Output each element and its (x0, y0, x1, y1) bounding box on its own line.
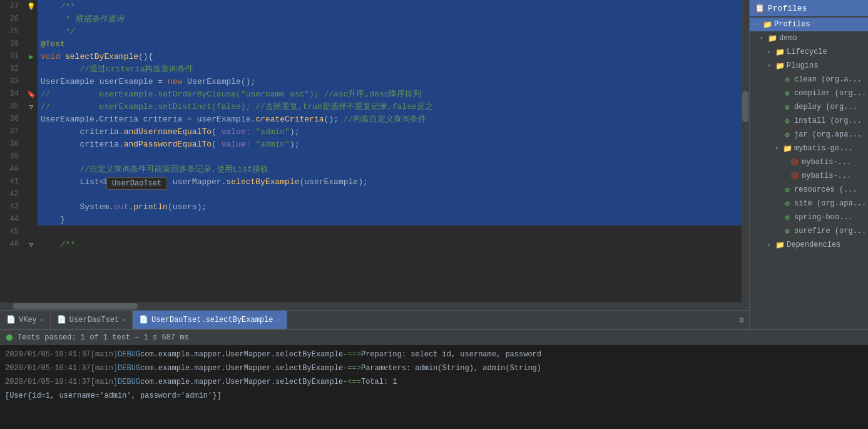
tree-area: ▾📁Profiles▾📁demo▸📁Lifecycle▾📁Plugins ⚙cl… (750, 16, 868, 329)
fold-icon[interactable]: ▽ (29, 240, 34, 249)
line-gutter-41 (25, 175, 38, 188)
line-number-39: 39 (0, 150, 25, 163)
code-content-30: @Test (38, 38, 742, 50)
line-gutter-32 (25, 63, 38, 75)
folder-icon: 📁 (782, 144, 792, 153)
tree-item-site[interactable]: ⚙site (org.apa... (750, 197, 868, 210)
tree-label: jar (org.apa... (794, 130, 862, 139)
plugin-icon: ⚙ (782, 103, 792, 112)
tree-item-spring-boo[interactable]: ⚙spring-boo... (750, 210, 868, 224)
vertical-scrollbar[interactable] (742, 0, 749, 302)
profiles-title: Profiles (768, 4, 807, 13)
line-number-27: 27 (0, 0, 25, 13)
log-line-3: [User{id=1, username='admin', password='… (5, 389, 863, 403)
tab-vkey[interactable]: 📄VKey✕ (0, 311, 51, 329)
tree-item-demo[interactable]: ▾📁demo (750, 31, 868, 45)
code-line-46: 46▽ /** (0, 238, 742, 251)
settings-button[interactable]: ⚙ (734, 311, 749, 329)
folder-icon: 📁 (767, 34, 777, 43)
tree-item-resources[interactable]: ⚙resources (... (750, 183, 868, 197)
code-content-38: criteria.andPasswordEqualTo( value: "adm… (38, 138, 742, 150)
plugin-icon: ⚙ (782, 213, 792, 222)
code-content-44: } (38, 213, 742, 225)
line-gutter-38 (25, 138, 38, 150)
tree-label: site (org.apa... (794, 199, 866, 208)
line-number-37: 37 (0, 125, 25, 138)
log-thread: [main] (91, 364, 118, 373)
tree-item-mybatis-ge[interactable]: ▾📁mybatis-ge... (750, 142, 868, 155)
folder-icon: 📁 (775, 48, 785, 57)
tree-item-dependencies[interactable]: ▸📁Dependencies (750, 238, 868, 252)
tree-label: resources (... (794, 185, 857, 194)
tree-label: deploy (org... (794, 103, 857, 111)
code-line-27: 27💡 /** (0, 0, 742, 13)
tree-item-deploy[interactable]: ⚙deploy (org... (750, 100, 868, 114)
log-level: DEBUG (118, 350, 140, 359)
horizontal-scrollbar[interactable] (0, 302, 749, 310)
tree-item-jar[interactable]: ⚙jar (org.apa... (750, 128, 868, 142)
line-gutter-45 (25, 225, 38, 238)
log-message: Parameters: admin(String), admin(String) (361, 364, 541, 373)
fold-icon[interactable]: ▽ (29, 103, 34, 111)
tree-item-profiles[interactable]: ▾📁Profiles (750, 18, 868, 31)
console-status-text: Tests passed: 1 of 1 test – 1 s 687 ms (18, 333, 189, 342)
plugin-icon: ⚙ (782, 89, 792, 98)
line-number-30: 30 (0, 38, 25, 50)
log-level: DEBUG (118, 378, 140, 386)
run-icon[interactable]: ▶ (29, 53, 34, 61)
tree-item-clean[interactable]: ⚙clean (org.a... (750, 73, 868, 86)
tab-selectbyexample[interactable]: 📄UserDaoTset.selectByExample✕ (133, 311, 287, 329)
code-line-33: 33UserExample userExample = new UserExam… (0, 75, 742, 88)
line-gutter-30 (25, 38, 38, 50)
tree-label: mybatis-ge... (794, 144, 853, 153)
tree-label: spring-boo... (794, 213, 853, 222)
tree-item-mybatis-1[interactable]: Ⓜmybatis-... (750, 155, 868, 169)
tab-close-vkey[interactable]: ✕ (40, 316, 44, 324)
tree-item-plugins[interactable]: ▾📁Plugins (750, 59, 868, 73)
code-line-39: 39 (0, 150, 742, 163)
line-gutter-39 (25, 150, 38, 163)
tree-item-install[interactable]: ⚙install (org... (750, 114, 868, 128)
log-timestamp: 2020/01/05-10:41:37 (5, 364, 91, 373)
tabs-container: 📄VKey✕📄UserDaoTset✕📄UserDaoTset.selectBy… (0, 311, 734, 329)
tree-item-compiler[interactable]: ⚙compiler (org... (750, 86, 868, 100)
log-arrow: <== (347, 378, 361, 386)
line-number-28: 28 (0, 13, 25, 25)
line-gutter-40 (25, 163, 38, 175)
log-class: com.example.mapper.UserMapper.selectByEx… (140, 364, 347, 373)
editor-panel: 27💡 /**28 * 根据条件查询29 */30@Test31▶void se… (0, 0, 749, 329)
tab-close-selectbyexample[interactable]: ✕ (277, 316, 280, 324)
tab-label: UserDaoTset (69, 316, 119, 324)
code-line-28: 28 * 根据条件查询 (0, 13, 742, 25)
tree-item-lifecycle[interactable]: ▸📁Lifecycle (750, 45, 868, 59)
folder-icon: 📁 (762, 20, 772, 29)
console-status-bar: Tests passed: 1 of 1 test – 1 s 687 ms (0, 330, 868, 345)
log-timestamp: 2020/01/05-10:41:37 (5, 378, 91, 386)
plugin-icon: ⚙ (782, 185, 792, 195)
line-gutter-42 (25, 188, 38, 200)
tree-item-mybatis-2[interactable]: Ⓜmybatis-... (750, 169, 868, 183)
tab-userdaotset[interactable]: 📄UserDaoTset✕ (51, 311, 133, 329)
code-line-32: 32 //通过criteria构造查询条件 (0, 63, 742, 75)
log-level: DEBUG (118, 364, 140, 373)
line-number-42: 42 (0, 188, 25, 200)
horizontal-scroll-thumb[interactable] (13, 303, 138, 309)
tab-close-userdaotset[interactable]: ✕ (122, 316, 126, 324)
line-number-46: 46 (0, 238, 25, 251)
tree-label: install (org... (794, 116, 862, 125)
bulb-icon: 💡 (27, 3, 36, 11)
line-gutter-29 (25, 25, 38, 38)
tree-arrow-expanded: ▾ (775, 145, 782, 152)
vertical-scroll-thumb[interactable] (742, 91, 748, 122)
code-line-45: 45 (0, 225, 742, 238)
tree-item-surefire[interactable]: ⚙surefire (org... (750, 224, 868, 238)
tree-arrow-collapsed: ▸ (767, 241, 775, 249)
code-content-28: * 根据条件查询 (38, 13, 742, 25)
code-content-45 (38, 225, 742, 238)
log-class: com.example.mapper.UserMapper.selectByEx… (140, 378, 347, 386)
code-content-27: /** (38, 0, 742, 13)
code-line-43: 43 System.out.println(users); (0, 200, 742, 213)
tree-label: Dependencies (787, 240, 840, 249)
line-gutter-34: 🔖 (25, 88, 38, 100)
line-number-40: 40 (0, 163, 25, 175)
